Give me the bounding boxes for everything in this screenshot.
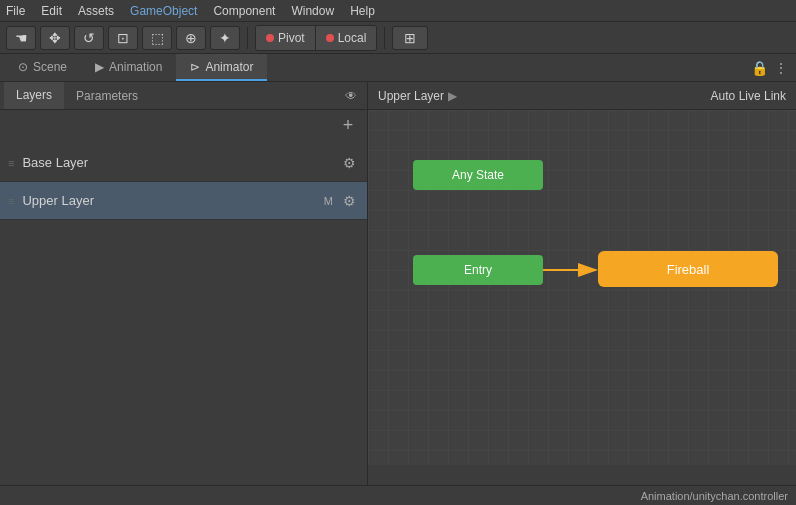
add-layer-button[interactable]: + xyxy=(337,114,359,136)
entry-node[interactable]: Entry xyxy=(413,255,543,285)
upper-layer-name: Upper Layer xyxy=(22,193,323,208)
rect-tool-button[interactable]: ⬚ xyxy=(142,26,172,50)
scene-tab-label: Scene xyxy=(33,60,67,74)
pivot-label: Pivot xyxy=(278,31,305,45)
main-content: Layers Parameters 👁 + ≡ Base Layer ⚙ ≡ U… xyxy=(0,82,796,485)
menu-help[interactable]: Help xyxy=(348,4,377,18)
tab-bar: ⊙ Scene ▶ Animation ⊳ Animator 🔒 ⋮ xyxy=(0,54,796,82)
upper-layer-m-badge: M xyxy=(324,195,333,207)
base-layer-name: Base Layer xyxy=(22,155,339,170)
parameters-label: Parameters xyxy=(76,89,138,103)
more-icon[interactable]: ⋮ xyxy=(774,60,788,76)
local-dot xyxy=(326,34,334,42)
sub-tab-parameters[interactable]: Parameters xyxy=(64,82,150,109)
local-label: Local xyxy=(338,31,367,45)
lock-icon[interactable]: 🔒 xyxy=(751,60,768,76)
auto-live-link-button[interactable]: Auto Live Link xyxy=(711,89,786,103)
menu-gameobject[interactable]: GameObject xyxy=(128,4,199,18)
any-state-node[interactable]: Any State xyxy=(413,160,543,190)
transform-tool-button[interactable]: ⊕ xyxy=(176,26,206,50)
scale-tool-button[interactable]: ⊡ xyxy=(108,26,138,50)
local-button[interactable]: Local xyxy=(315,26,377,50)
custom-tool-button[interactable]: ✦ xyxy=(210,26,240,50)
menu-edit[interactable]: Edit xyxy=(39,4,64,18)
upper-layer-gear-button[interactable]: ⚙ xyxy=(339,191,359,211)
pivot-local-group: Pivot Local xyxy=(255,25,377,51)
base-layer-gear-button[interactable]: ⚙ xyxy=(339,153,359,173)
rotate-tool-button[interactable]: ↺ xyxy=(74,26,104,50)
tab-scene[interactable]: ⊙ Scene xyxy=(4,54,81,81)
layers-label: Layers xyxy=(16,88,52,102)
tab-spacer xyxy=(267,54,751,81)
pivot-button[interactable]: Pivot xyxy=(256,26,315,50)
status-text: Animation/unitychan.controller xyxy=(641,490,788,502)
layer-list: ≡ Base Layer ⚙ ≡ Upper Layer M ⚙ xyxy=(0,140,367,485)
upper-layer-drag-icon: ≡ xyxy=(8,195,14,207)
tab-actions: 🔒 ⋮ xyxy=(751,54,792,81)
scene-tab-icon: ⊙ xyxy=(18,60,28,74)
eye-icon[interactable]: 👁 xyxy=(339,84,363,108)
any-state-label: Any State xyxy=(452,168,504,182)
layer-item-upper[interactable]: ≡ Upper Layer M ⚙ xyxy=(0,182,367,220)
animator-tab-icon: ⊳ xyxy=(190,60,200,74)
menu-component[interactable]: Component xyxy=(211,4,277,18)
toolbar-separator-2 xyxy=(384,27,385,49)
menu-window[interactable]: Window xyxy=(289,4,336,18)
breadcrumb-arrow-icon: ▶ xyxy=(448,89,457,103)
menu-assets[interactable]: Assets xyxy=(76,4,116,18)
animator-canvas[interactable]: Any State Entry Fireball xyxy=(368,110,796,465)
pivot-dot xyxy=(266,34,274,42)
status-bar: Animation/unitychan.controller xyxy=(0,485,796,505)
animation-tab-icon: ▶ xyxy=(95,60,104,74)
animator-tab-label: Animator xyxy=(205,60,253,74)
entry-label: Entry xyxy=(464,263,492,277)
breadcrumb: Upper Layer ▶ xyxy=(378,89,457,103)
menu-bar: File Edit Assets GameObject Component Wi… xyxy=(0,0,796,22)
toolbar-separator-1 xyxy=(247,27,248,49)
right-panel: Upper Layer ▶ Auto Live Link Any State xyxy=(368,82,796,485)
tab-animator[interactable]: ⊳ Animator xyxy=(176,54,267,81)
left-panel: Layers Parameters 👁 + ≡ Base Layer ⚙ ≡ U… xyxy=(0,82,368,485)
fireball-label: Fireball xyxy=(667,262,710,277)
animation-tab-label: Animation xyxy=(109,60,162,74)
hand-tool-button[interactable]: ☚ xyxy=(6,26,36,50)
grid-button[interactable]: ⊞ xyxy=(392,26,428,50)
move-tool-button[interactable]: ✥ xyxy=(40,26,70,50)
fireball-node[interactable]: Fireball xyxy=(598,251,778,287)
tab-animation[interactable]: ▶ Animation xyxy=(81,54,176,81)
layer-item-base[interactable]: ≡ Base Layer ⚙ xyxy=(0,144,367,182)
breadcrumb-label: Upper Layer xyxy=(378,89,444,103)
sub-tab-layers[interactable]: Layers xyxy=(4,82,64,109)
base-layer-drag-icon: ≡ xyxy=(8,157,14,169)
menu-file[interactable]: File xyxy=(4,4,27,18)
layer-add-row: + xyxy=(0,110,367,140)
right-header: Upper Layer ▶ Auto Live Link xyxy=(368,82,796,110)
toolbar: ☚ ✥ ↺ ⊡ ⬚ ⊕ ✦ Pivot Local ⊞ xyxy=(0,22,796,54)
sub-tab-bar: Layers Parameters 👁 xyxy=(0,82,367,110)
